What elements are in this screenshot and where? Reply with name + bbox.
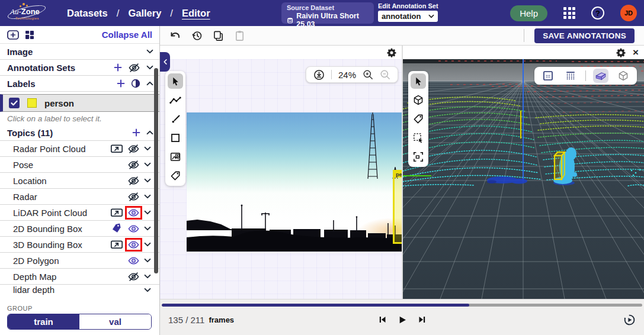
sidebar-scrollbar[interactable] — [154, 68, 158, 273]
chevron-up-icon[interactable] — [146, 130, 153, 135]
chevron-down-icon[interactable] — [144, 226, 151, 231]
eye-icon[interactable] — [127, 224, 140, 234]
chevron-down-icon[interactable] — [146, 65, 153, 70]
layout-dashboard-icon[interactable] — [25, 30, 34, 40]
fit-view-icon[interactable] — [313, 69, 325, 80]
group-val-button[interactable]: val — [79, 314, 151, 329]
topic-row-3d-bounding-box[interactable]: 3D Bounding Box — [0, 237, 159, 253]
topic-row-2d-polygon[interactable]: 2D Polygon — [0, 253, 159, 269]
app-logo[interactable]: Au-Zone Technologies — [6, 2, 52, 24]
tag-tool[interactable] — [168, 168, 183, 183]
topic-row-pose[interactable]: Pose — [0, 157, 159, 173]
apps-grid-icon[interactable] — [563, 7, 575, 19]
zoom-in-icon[interactable] — [363, 69, 373, 80]
topic-row-location[interactable]: Location — [0, 173, 159, 189]
topic-row-2d-bounding-box[interactable]: 2D Bounding Box — [0, 221, 159, 237]
topic-row-radar-point-cloud[interactable]: Radar Point Cloud — [0, 141, 159, 157]
copy-icon[interactable] — [213, 30, 224, 41]
chevron-down-icon[interactable] — [144, 146, 151, 151]
topic-row-depth-map[interactable]: Depth Map — [0, 269, 159, 285]
cube-tool[interactable] — [411, 92, 426, 108]
chevron-down-icon[interactable] — [144, 178, 151, 183]
undo-icon[interactable] — [169, 31, 181, 40]
section-topics[interactable]: Topics (11) — [0, 125, 159, 141]
history-icon[interactable] — [191, 30, 203, 41]
chevron-up-icon[interactable] — [146, 81, 153, 86]
close-icon[interactable]: × — [633, 47, 639, 57]
eye-icon[interactable] — [127, 240, 140, 250]
add-annotation-button[interactable] — [7, 30, 19, 40]
eye-off-icon[interactable] — [127, 192, 140, 202]
label-row-person[interactable]: person — [0, 94, 159, 112]
eye-off-icon[interactable] — [127, 160, 140, 170]
nav-datasets[interactable]: Datasets — [67, 8, 108, 19]
select-tool[interactable] — [411, 73, 426, 89]
user-avatar[interactable]: JD — [620, 5, 637, 21]
bbox-label: pe — [395, 172, 402, 178]
nav-editor[interactable]: Editor — [182, 8, 210, 19]
2d-bounding-box-person[interactable]: pe — [393, 170, 402, 244]
section-annotation-sets[interactable]: Annotation Sets — [0, 60, 159, 76]
rectangle-tool[interactable] — [168, 130, 183, 146]
chevron-down-icon[interactable] — [146, 49, 153, 54]
cube-view-icon[interactable] — [616, 69, 631, 83]
autoplay-loop-icon[interactable] — [623, 314, 636, 326]
select-tool[interactable] — [168, 73, 183, 89]
chevron-down-icon[interactable] — [144, 288, 151, 292]
red-highlight-box — [125, 238, 142, 252]
screenshare-icon[interactable] — [110, 208, 123, 218]
brush-tool[interactable] — [168, 111, 183, 127]
tag-icon[interactable] — [110, 222, 123, 234]
gear-icon[interactable] — [616, 48, 626, 57]
paste-icon[interactable] — [234, 30, 245, 41]
plus-icon[interactable] — [132, 128, 140, 137]
fit-frame-tool[interactable] — [411, 149, 426, 165]
screenshare-icon[interactable] — [110, 144, 123, 154]
collapse-all-button[interactable]: Collapse All — [102, 30, 152, 40]
label-checkbox[interactable] — [9, 98, 20, 108]
section-labels[interactable]: Labels — [0, 76, 159, 92]
tag-tool[interactable] — [411, 111, 426, 127]
help-button[interactable]: Help — [510, 5, 547, 21]
perspective-view-icon[interactable] — [593, 69, 608, 83]
eye-off-icon[interactable] — [128, 63, 140, 73]
logo-tagline: Technologies — [15, 17, 39, 20]
next-frame-icon[interactable] — [418, 315, 426, 324]
red-highlight-box — [125, 206, 142, 220]
plus-icon[interactable] — [117, 79, 125, 88]
group-train-button[interactable]: train — [8, 314, 79, 329]
zoom-out-icon[interactable] — [380, 69, 390, 80]
top-view-icon[interactable] — [540, 69, 556, 83]
section-image[interactable]: Image — [0, 44, 159, 60]
chevron-down-icon[interactable] — [144, 162, 151, 167]
eye-off-icon[interactable] — [127, 144, 140, 154]
chevron-down-icon[interactable] — [144, 194, 151, 199]
polyline-tool[interactable] — [168, 92, 183, 108]
annotation-set-select[interactable]: annotation — [378, 11, 438, 22]
previous-frame-icon[interactable] — [378, 315, 386, 324]
eye-icon[interactable] — [127, 256, 140, 266]
chevron-down-icon[interactable] — [144, 210, 151, 215]
panel-collapse-tab[interactable] — [160, 52, 170, 72]
source-dataset-chip[interactable]: Source Dataset Raivin Ultra Short 25.03 — [281, 2, 374, 24]
screenshare-icon[interactable] — [110, 240, 123, 250]
save-annotations-button[interactable]: SAVE ANNOTATIONS — [534, 28, 635, 43]
help-circle-icon[interactable]: ? — [591, 7, 604, 20]
chevron-down-icon[interactable] — [144, 242, 151, 247]
grid-view-icon[interactable] — [563, 69, 578, 83]
topic-row-lidar-depth[interactable]: lidar depth — [0, 285, 159, 295]
gear-icon[interactable] — [387, 48, 396, 57]
eye-off-icon[interactable] — [127, 272, 140, 282]
eye-icon[interactable] — [127, 208, 140, 218]
auto-label-image-tool[interactable] — [168, 149, 183, 165]
eye-off-icon[interactable] — [127, 176, 140, 186]
topic-row-radar[interactable]: Radar — [0, 189, 159, 205]
play-icon[interactable] — [398, 315, 406, 324]
marquee-select-tool[interactable] — [411, 130, 426, 146]
chevron-down-icon[interactable] — [144, 274, 151, 279]
topic-row-lidar-point-cloud[interactable]: LiDAR Point Cloud — [0, 205, 159, 221]
contrast-icon[interactable] — [131, 79, 140, 88]
plus-icon[interactable] — [114, 63, 122, 72]
nav-gallery[interactable]: Gallery — [128, 8, 161, 19]
chevron-down-icon[interactable] — [144, 258, 151, 263]
